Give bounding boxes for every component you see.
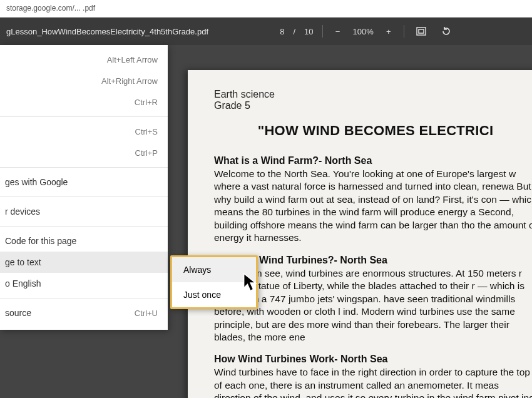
svg-rect-0 [417, 28, 426, 35]
context-menu-separator [0, 196, 168, 197]
context-menu-item[interactable]: Alt+Left Arrow [0, 49, 168, 70]
pdf-filename: gLesson_HowWindBecomesElectricity_4th5th… [6, 27, 208, 36]
zoom-level[interactable]: 100% [353, 27, 374, 36]
context-menu-label: ges with Google [5, 177, 68, 187]
submenu-label: Just once [183, 290, 221, 300]
context-menu-item[interactable]: ge to text [0, 252, 168, 273]
context-menu-shortcut: Alt+Left Arrow [107, 55, 158, 64]
context-menu-item[interactable]: sourceCtrl+U [0, 302, 168, 324]
context-menu-item[interactable]: Ctrl+R [0, 91, 168, 113]
context-menu-shortcut: Ctrl+P [135, 148, 158, 158]
doc-heading: What is a Wind Farm?- North Sea [214, 155, 532, 166]
browser-address-bar[interactable]: storage.google.com/... .pdf [0, 0, 532, 18]
page-current[interactable]: 8 [280, 27, 284, 36]
context-menu-shortcut: Ctrl+U [135, 309, 158, 318]
rotate-icon[interactable] [438, 24, 454, 38]
page-total: 10 [304, 27, 313, 36]
context-menu-shortcut: Ctrl+S [135, 127, 158, 136]
doc-paragraph: Welcome to the North Sea. You're looking… [214, 168, 532, 245]
context-menu-item[interactable]: r devices [0, 201, 168, 222]
context-menu-item[interactable]: Code for this page [0, 230, 168, 252]
doc-grade: Grade 5 [214, 100, 532, 111]
submenu-label: Always [183, 265, 211, 275]
context-menu-shortcut: Alt+Right Arrow [101, 76, 158, 86]
toolbar-separator [404, 25, 404, 38]
fit-to-page-icon[interactable] [413, 24, 429, 38]
context-menu-separator [0, 167, 168, 168]
submenu-item-always[interactable]: Always [172, 257, 256, 282]
context-menu-label: Code for this page [5, 236, 76, 246]
url-text: storage.google.com/... .pdf [6, 4, 95, 13]
context-menu-item[interactable]: ges with Google [0, 171, 168, 193]
pdf-page: Earth science Grade 5 "HOW WIND BECOMES … [188, 70, 532, 398]
toolbar-separator [322, 25, 323, 38]
pdf-toolbar: gLesson_HowWindBecomesElectricity_4th5th… [0, 18, 532, 45]
context-menu-item[interactable]: Ctrl+P [0, 142, 168, 163]
context-menu-label: source [5, 308, 31, 318]
doc-title: "HOW WIND BECOMES ELECTRICI [214, 123, 532, 139]
context-menu-item[interactable]: o English [0, 273, 168, 294]
context-menu-separator [0, 116, 168, 117]
doc-heading: What are Wind Turbines?- North Sea [214, 255, 532, 266]
doc-heading: How Wind Turbines Work- North Sea [214, 354, 532, 365]
svg-rect-1 [419, 29, 424, 33]
context-menu-separator [0, 298, 168, 298]
pdf-toolbar-center: 8 / 10 − 100% + [208, 24, 526, 38]
doc-paragraph: Wind turbines have to face in the right … [214, 366, 532, 398]
doc-paragraph: As you can see, wind turbines are enormo… [214, 267, 532, 344]
page-sep: / [293, 27, 295, 36]
context-menu-shortcut: Ctrl+R [135, 98, 158, 107]
context-menu-label: r devices [5, 207, 40, 217]
context-menu-label: o English [5, 278, 41, 288]
context-menu-item[interactable]: Alt+Right Arrow [0, 70, 168, 91]
context-menu-separator [0, 226, 168, 227]
zoom-in-button[interactable]: + [382, 26, 395, 38]
context-menu-item[interactable]: Ctrl+S [0, 121, 168, 142]
context-menu[interactable]: Alt+Left ArrowAlt+Right ArrowCtrl+RCtrl+… [0, 45, 168, 330]
context-menu-label: ge to text [5, 257, 41, 267]
context-submenu[interactable]: Always Just once [170, 255, 258, 309]
doc-subject: Earth science [214, 89, 532, 100]
zoom-out-button[interactable]: − [332, 26, 344, 38]
submenu-item-just-once[interactable]: Just once [172, 282, 256, 307]
